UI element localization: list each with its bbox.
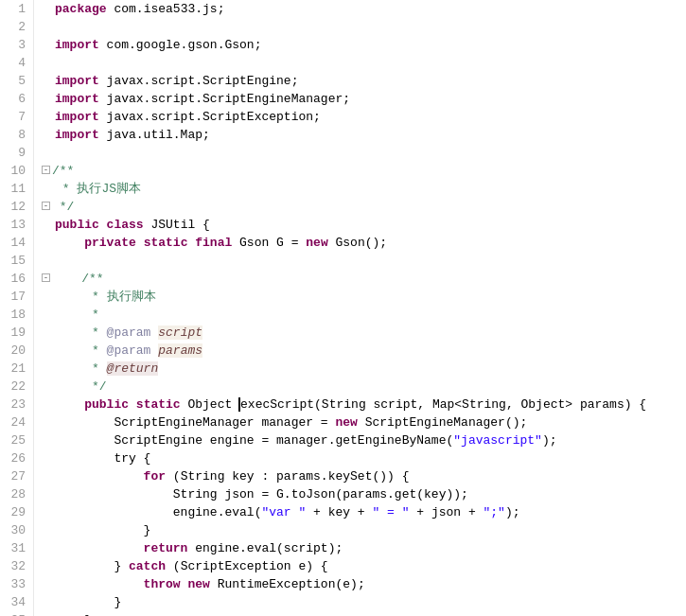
line-number-34: 34 <box>8 593 26 611</box>
line-number-2: 2 <box>8 18 26 36</box>
token: Gson(); <box>336 236 388 250</box>
code-line-28: String json = G.toJson(params.get(key)); <box>42 485 686 503</box>
code-line-9 <box>42 144 686 162</box>
token: import <box>55 128 107 142</box>
line-number-33: 33 <box>8 575 26 593</box>
line-number-9: 9 <box>8 144 26 162</box>
token: com.google.gson.Gson; <box>107 38 262 52</box>
code-editor: 1234567891011121314151617181920212223242… <box>0 0 686 616</box>
token: "javascript" <box>453 433 542 448</box>
line-number-28: 28 <box>8 485 26 503</box>
token: ); <box>542 433 557 448</box>
token: JSUtil { <box>150 218 209 232</box>
token: for <box>55 469 173 484</box>
line-number-15: 15 <box>8 252 26 270</box>
line-number-12: 12 <box>8 198 26 216</box>
token: * <box>55 361 107 376</box>
token: String json = G.toJson(params.get(key)); <box>55 487 468 502</box>
token: } <box>55 595 121 609</box>
token: ";" <box>484 505 505 519</box>
token: 执行JS脚本 <box>77 182 141 196</box>
line-number-10: 10 <box>8 162 26 180</box>
code-line-19: * @param script <box>42 324 686 342</box>
code-line-18: * <box>42 306 686 324</box>
token: private <box>55 236 144 250</box>
token: Object <box>187 397 239 412</box>
line-number-26: 26 <box>8 449 26 467</box>
token: import <box>55 38 107 52</box>
line-number-6: 6 <box>8 90 26 108</box>
token: @param <box>107 343 151 358</box>
code-line-12: - */ <box>42 198 686 216</box>
line-number-gutter: 1234567891011121314151617181920212223242… <box>0 0 34 616</box>
token: javax.script.ScriptEngine; <box>107 74 299 88</box>
token: public <box>55 397 136 412</box>
token: public <box>55 218 107 232</box>
code-line-31: return engine.eval(script); <box>42 539 686 557</box>
token: engine.eval( <box>55 505 261 519</box>
token: engine.eval(script); <box>195 541 343 555</box>
line-number-32: 32 <box>8 557 26 575</box>
token: new <box>306 236 335 250</box>
token: java.util.Map; <box>107 128 210 142</box>
token: "var " <box>261 505 306 519</box>
token: RuntimeException(e); <box>218 577 365 591</box>
code-line-20: * @param params <box>42 342 686 360</box>
code-line-17: * 执行脚本 <box>42 288 686 306</box>
line-number-8: 8 <box>8 126 26 144</box>
code-line-4 <box>42 54 686 72</box>
token: ScriptEngineManager(); <box>365 415 528 430</box>
token: } <box>55 559 129 573</box>
line-number-5: 5 <box>8 72 26 90</box>
token: (String key : params.keySet()) { <box>173 469 410 484</box>
code-line-22: */ <box>42 378 686 396</box>
token: throw <box>55 577 187 591</box>
token: = <box>284 236 306 250</box>
collapse-icon-12[interactable]: - <box>42 202 50 210</box>
line-number-27: 27 <box>8 467 26 485</box>
line-number-24: 24 <box>8 414 26 431</box>
code-line-25: ScriptEngine engine = manager.getEngineB… <box>42 431 686 449</box>
token: static <box>144 236 196 250</box>
collapse-icon-10[interactable]: - <box>42 166 50 174</box>
token: + json + <box>409 505 483 519</box>
token: * <box>55 308 99 322</box>
token: G <box>276 236 284 250</box>
token: @param <box>107 326 151 340</box>
token: Gson <box>239 236 276 250</box>
line-number-21: 21 <box>8 360 26 378</box>
token: /** <box>52 272 104 286</box>
line-number-3: 3 <box>8 36 26 54</box>
line-number-17: 17 <box>8 288 26 306</box>
line-number-29: 29 <box>8 503 26 521</box>
token: ); <box>505 505 520 519</box>
line-number-23: 23 <box>8 396 26 414</box>
line-number-30: 30 <box>8 521 26 539</box>
token: (ScriptException e) { <box>173 559 328 573</box>
token: try { <box>55 451 150 466</box>
code-line-30: } <box>42 521 686 539</box>
token: javax.script.ScriptEngineManager; <box>107 92 350 106</box>
code-line-6: import javax.script.ScriptEngineManager; <box>42 90 686 108</box>
token: * <box>55 343 107 358</box>
token: e <box>240 397 248 412</box>
collapse-icon-16[interactable]: - <box>42 273 50 282</box>
code-line-27: for (String key : params.keySet()) { <box>42 467 686 485</box>
code-line-29: engine.eval("var " + key + " = " + json … <box>42 503 686 521</box>
token: javax.script.ScriptException; <box>107 110 321 124</box>
code-line-15 <box>42 252 686 270</box>
line-number-35: 35 <box>8 611 26 616</box>
token: */ <box>55 379 107 394</box>
token: ScriptEngineManager manager = <box>55 415 335 430</box>
token: package <box>55 2 114 16</box>
code-line-14: private static final Gson G = new Gson()… <box>42 234 686 252</box>
line-number-16: 16 <box>8 270 26 288</box>
code-line-8: import java.util.Map; <box>42 126 686 144</box>
code-area[interactable]: package com.isea533.js; import com.googl… <box>34 0 686 616</box>
line-number-11: 11 <box>8 180 26 198</box>
code-line-10: -/** <box>42 162 686 180</box>
token: import <box>55 110 107 124</box>
token: } <box>55 523 150 537</box>
token: /** <box>52 164 74 178</box>
code-line-26: try { <box>42 449 686 467</box>
